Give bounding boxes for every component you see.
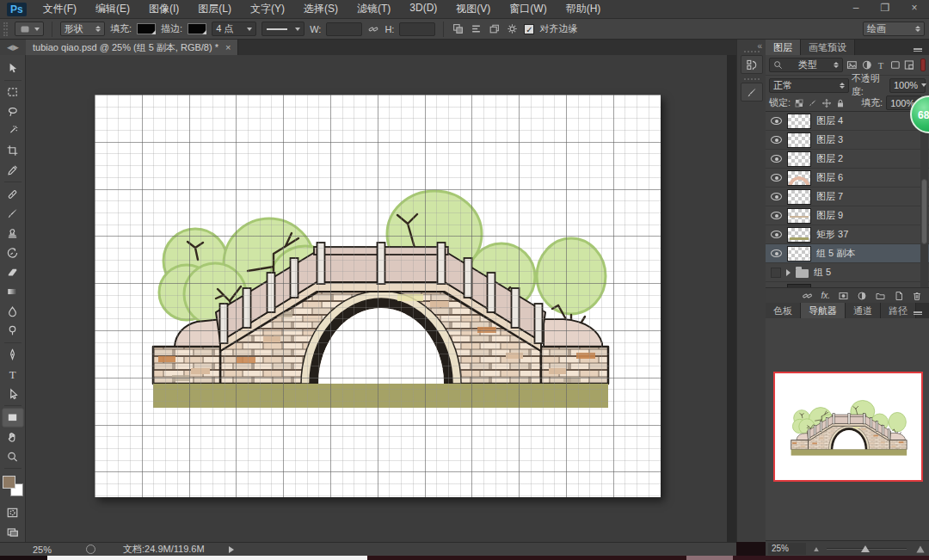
menu-item-7[interactable]: 3D(D) xyxy=(402,0,445,18)
eraser-tool[interactable] xyxy=(2,262,24,282)
layer-visibility-empty[interactable] xyxy=(771,268,781,278)
options-grip[interactable] xyxy=(3,22,8,36)
filter-pixel-layers-icon[interactable] xyxy=(846,59,858,71)
lock-position-icon[interactable] xyxy=(821,98,832,108)
blur-tool[interactable] xyxy=(2,301,24,321)
menu-item-0[interactable]: 文件(F) xyxy=(35,0,84,18)
clone-stamp-tool[interactable] xyxy=(2,224,24,243)
layer-visibility-eye-icon[interactable] xyxy=(771,155,782,163)
layer-visibility-eye-icon[interactable] xyxy=(771,174,782,182)
history-panel-button[interactable] xyxy=(741,55,763,74)
tab-close-icon[interactable]: × xyxy=(225,42,231,52)
crop-tool[interactable] xyxy=(2,141,24,161)
tab-swatches[interactable]: 色板 xyxy=(766,303,801,318)
layer-row-6[interactable]: 矩形 37 xyxy=(766,225,929,244)
link-layers-icon[interactable] xyxy=(802,291,813,301)
layer-thumbnail[interactable] xyxy=(787,151,811,167)
path-selection-tool[interactable] xyxy=(2,384,24,403)
panel-menu-icon[interactable] xyxy=(914,306,926,317)
adjustment-layer-icon[interactable] xyxy=(857,291,867,301)
restore-button[interactable]: ❐ xyxy=(876,2,895,14)
canvas-area[interactable] xyxy=(26,55,736,542)
layer-row-1[interactable]: 图层 3 xyxy=(766,131,929,150)
history-brush-tool[interactable] xyxy=(2,243,24,262)
layer-thumbnail[interactable] xyxy=(787,208,811,224)
zoom-tool[interactable] xyxy=(2,446,24,466)
zoom-level-field[interactable]: 25% xyxy=(33,545,52,555)
expand-panels-icon[interactable]: « xyxy=(757,41,762,51)
layer-thumbnail[interactable] xyxy=(787,132,811,148)
fill-color-swatch[interactable] xyxy=(137,23,156,34)
menu-item-6[interactable]: 滤镜(T) xyxy=(349,0,398,18)
menu-item-1[interactable]: 编辑(E) xyxy=(88,0,138,18)
zoom-in-icon[interactable] xyxy=(916,545,924,552)
delete-layer-icon[interactable] xyxy=(912,291,922,301)
shape-width-input[interactable] xyxy=(326,22,362,36)
tab-paths[interactable]: 路径 xyxy=(881,303,916,318)
menu-item-8[interactable]: 视图(V) xyxy=(448,0,498,18)
filter-adjustment-layers-icon[interactable] xyxy=(861,59,873,71)
layer-row-3[interactable]: 图层 6 xyxy=(766,169,929,188)
align-edges-checkbox[interactable]: ✓ xyxy=(524,24,534,34)
new-layer-icon[interactable] xyxy=(894,291,904,301)
path-operations-icon[interactable] xyxy=(452,23,464,34)
layer-row-8[interactable]: 组 5 xyxy=(766,263,929,282)
tab-brush-presets[interactable]: 画笔预设 xyxy=(801,40,855,55)
layer-row-2[interactable]: 图层 2 xyxy=(766,150,929,169)
layer-style-icon[interactable]: fx. xyxy=(821,291,830,300)
screen-mode-button[interactable] xyxy=(2,522,24,542)
layer-mask-icon[interactable] xyxy=(838,291,849,301)
foreground-color-swatch[interactable] xyxy=(3,476,15,489)
menu-item-2[interactable]: 图像(I) xyxy=(141,0,187,18)
layer-visibility-eye-icon[interactable] xyxy=(771,117,782,125)
toolbar-collapse-button[interactable]: ◀▶ xyxy=(0,40,26,55)
layer-thumbnail[interactable] xyxy=(787,246,811,262)
gear-icon[interactable] xyxy=(506,23,519,34)
magic-wand-tool[interactable] xyxy=(2,121,24,141)
document-tab[interactable]: tubiao qiao.psd @ 25% (组 5 副本, RGB/8) * … xyxy=(26,40,238,55)
panel-menu-icon[interactable] xyxy=(914,43,926,53)
filter-toggle[interactable] xyxy=(920,58,926,71)
layer-row-9[interactable] xyxy=(766,282,929,287)
tool-preset-picker[interactable] xyxy=(15,22,44,36)
stroke-width-select[interactable]: 4 点 xyxy=(212,22,256,36)
layer-row-0[interactable]: 图层 4 xyxy=(766,112,929,131)
slider-thumb[interactable] xyxy=(861,545,870,552)
new-group-icon[interactable] xyxy=(875,291,886,301)
artboard[interactable] xyxy=(95,95,661,497)
stroke-color-swatch[interactable] xyxy=(188,23,206,34)
layer-visibility-eye-icon[interactable] xyxy=(771,231,782,238)
rectangle-tool[interactable] xyxy=(2,408,24,428)
menu-item-9[interactable]: 窗口(W) xyxy=(501,0,554,18)
pen-tool[interactable] xyxy=(2,345,24,365)
brush-tool[interactable] xyxy=(2,204,24,224)
tab-navigator[interactable]: 导航器 xyxy=(801,303,846,318)
gradient-tool[interactable] xyxy=(2,282,24,302)
layer-filter-type-select[interactable]: 类型 xyxy=(769,58,843,72)
menu-item-5[interactable]: 选择(S) xyxy=(296,0,346,18)
path-alignment-icon[interactable] xyxy=(470,23,483,34)
menu-item-3[interactable]: 图层(L) xyxy=(190,0,239,18)
navigator-zoom-slider[interactable] xyxy=(811,543,924,555)
filter-shape-layers-icon[interactable] xyxy=(889,59,901,71)
layer-visibility-eye-icon[interactable] xyxy=(771,212,782,219)
group-expand-icon[interactable] xyxy=(786,269,791,276)
filter-smart-object-icon[interactable] xyxy=(903,59,915,71)
eyedropper-tool[interactable] xyxy=(2,161,24,181)
shape-height-input[interactable] xyxy=(399,22,435,36)
lock-pixels-icon[interactable] xyxy=(808,98,818,108)
layers-scrollbar[interactable] xyxy=(920,112,928,287)
scrollbar-thumb[interactable] xyxy=(921,179,927,244)
tab-layers[interactable]: 图层 xyxy=(766,40,801,55)
minimize-button[interactable]: – xyxy=(846,2,865,14)
stroke-type-select[interactable] xyxy=(261,22,305,36)
dodge-tool[interactable] xyxy=(2,321,24,341)
lock-transparency-icon[interactable] xyxy=(794,98,804,108)
layer-thumbnail[interactable] xyxy=(787,227,811,243)
healing-brush-tool[interactable] xyxy=(2,184,24,204)
filter-type-layers-icon[interactable]: T xyxy=(876,59,887,71)
layer-row-7[interactable]: 组 5 副本 xyxy=(766,244,929,263)
quick-mask-button[interactable] xyxy=(2,503,24,523)
layer-row-4[interactable]: 图层 7 xyxy=(766,188,929,206)
menu-item-4[interactable]: 文字(Y) xyxy=(243,0,292,18)
